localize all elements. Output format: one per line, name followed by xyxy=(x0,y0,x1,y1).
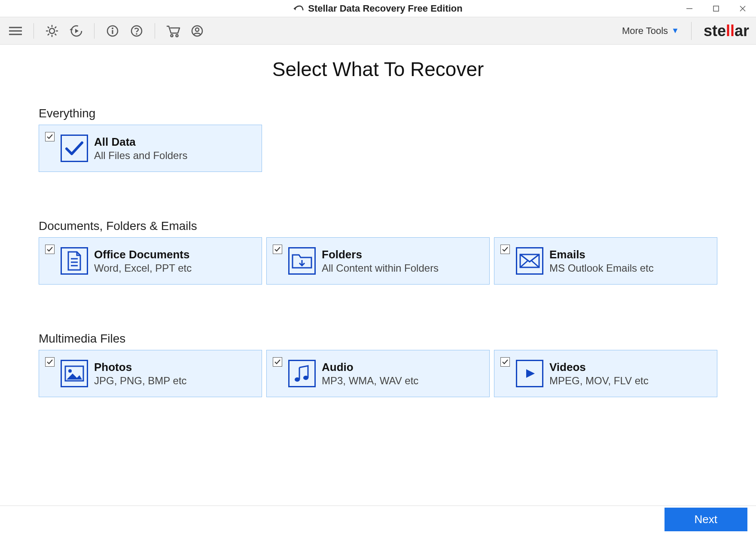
card-desc: MS Outlook Emails etc xyxy=(549,262,654,274)
svg-line-33 xyxy=(520,261,527,267)
svg-line-14 xyxy=(48,34,49,35)
main-content: Select What To Recover Everything All Da… xyxy=(0,45,756,505)
settings-gear-icon[interactable] xyxy=(43,22,61,40)
undo-icon[interactable] xyxy=(293,4,304,13)
card-desc: All Files and Folders xyxy=(94,150,187,162)
brand-logo: stellar xyxy=(691,22,749,40)
card-title: Folders xyxy=(322,248,439,261)
checkbox-all-data[interactable] xyxy=(45,132,55,141)
svg-point-39 xyxy=(303,376,308,380)
next-button[interactable]: Next xyxy=(665,508,747,531)
card-desc: MPEG, MOV, FLV etc xyxy=(549,375,649,387)
section-label-media: Multimedia Files xyxy=(39,332,717,346)
close-button[interactable] xyxy=(729,0,756,17)
card-folders[interactable]: Folders All Content within Folders xyxy=(266,237,490,285)
maximize-button[interactable] xyxy=(703,0,729,17)
card-desc: JPG, PNG, BMP etc xyxy=(94,375,187,387)
checkbox-office-documents[interactable] xyxy=(45,245,55,254)
card-audio[interactable]: Audio MP3, WMA, WAV etc xyxy=(266,350,490,397)
svg-marker-40 xyxy=(526,369,535,378)
card-desc: All Content within Folders xyxy=(322,262,439,274)
title-center: Stellar Data Recovery Free Edition xyxy=(293,3,462,14)
chevron-down-icon: ▼ xyxy=(671,26,679,35)
card-title: Audio xyxy=(322,361,418,374)
card-office-documents[interactable]: Office Documents Word, Excel, PPT etc xyxy=(39,237,262,285)
window-controls xyxy=(676,0,756,17)
minimize-button[interactable] xyxy=(676,0,703,17)
svg-point-38 xyxy=(295,377,300,382)
card-title: Emails xyxy=(549,248,654,261)
window-title: Stellar Data Recovery Free Edition xyxy=(308,3,462,14)
svg-point-23 xyxy=(136,33,137,35)
photo-icon xyxy=(61,360,88,387)
svg-line-12 xyxy=(48,27,49,28)
brand-pre: ste xyxy=(704,22,726,40)
title-bar: Stellar Data Recovery Free Edition xyxy=(0,0,756,17)
card-title: Photos xyxy=(94,361,187,374)
history-icon[interactable] xyxy=(67,22,85,40)
email-icon xyxy=(516,247,543,275)
hamburger-menu-icon[interactable] xyxy=(7,22,24,40)
more-tools-dropdown[interactable]: More Tools ▼ xyxy=(622,25,688,37)
svg-point-25 xyxy=(176,34,178,37)
page-title: Select What To Recover xyxy=(39,58,717,81)
user-icon[interactable] xyxy=(189,22,206,40)
help-icon[interactable] xyxy=(128,22,145,40)
footer: Next xyxy=(0,505,756,533)
card-photos[interactable]: Photos JPG, PNG, BMP etc xyxy=(39,350,262,397)
svg-point-7 xyxy=(49,28,55,34)
cart-icon[interactable] xyxy=(165,22,182,40)
checkbox-photos[interactable] xyxy=(45,357,55,367)
svg-marker-37 xyxy=(67,374,82,380)
svg-marker-18 xyxy=(75,29,79,33)
card-title: Office Documents xyxy=(94,248,192,261)
card-all-data[interactable]: All Data All Files and Folders xyxy=(39,125,262,172)
svg-point-20 xyxy=(112,28,113,29)
svg-line-15 xyxy=(55,27,57,28)
check-icon xyxy=(46,246,53,252)
check-icon xyxy=(274,246,281,252)
separator xyxy=(94,23,94,39)
check-icon xyxy=(46,134,53,140)
separator xyxy=(155,23,155,39)
brand-red: ll xyxy=(726,22,735,40)
checkbox-emails[interactable] xyxy=(500,245,510,254)
check-icon xyxy=(502,246,509,252)
audio-icon xyxy=(288,360,316,387)
svg-point-36 xyxy=(68,369,72,373)
checkbox-videos[interactable] xyxy=(500,357,510,367)
svg-point-24 xyxy=(171,34,173,37)
check-icon xyxy=(502,359,509,365)
svg-point-27 xyxy=(195,28,199,31)
svg-marker-17 xyxy=(70,28,73,30)
info-icon[interactable] xyxy=(104,22,121,40)
section-label-docs: Documents, Folders & Emails xyxy=(39,219,717,233)
svg-rect-1 xyxy=(713,6,719,11)
checkbox-audio[interactable] xyxy=(273,357,282,367)
document-icon xyxy=(61,247,88,275)
card-title: Videos xyxy=(549,361,649,374)
card-desc: Word, Excel, PPT etc xyxy=(94,262,192,274)
check-icon xyxy=(46,359,53,365)
svg-line-13 xyxy=(55,34,57,35)
more-tools-label: More Tools xyxy=(622,25,668,37)
card-videos[interactable]: Videos MPEG, MOV, FLV etc xyxy=(494,350,717,397)
card-desc: MP3, WMA, WAV etc xyxy=(322,375,418,387)
card-title: All Data xyxy=(94,135,187,149)
section-label-everything: Everything xyxy=(39,107,717,120)
checkbox-folders[interactable] xyxy=(273,245,282,254)
check-icon xyxy=(274,359,281,365)
separator xyxy=(34,23,34,39)
brand-post: ar xyxy=(735,22,749,40)
toolbar: More Tools ▼ stellar xyxy=(0,17,756,45)
video-icon xyxy=(516,360,543,387)
all-data-icon xyxy=(61,135,88,162)
card-emails[interactable]: Emails MS Outlook Emails etc xyxy=(494,237,717,285)
svg-line-34 xyxy=(532,261,539,267)
folder-icon xyxy=(288,247,316,275)
